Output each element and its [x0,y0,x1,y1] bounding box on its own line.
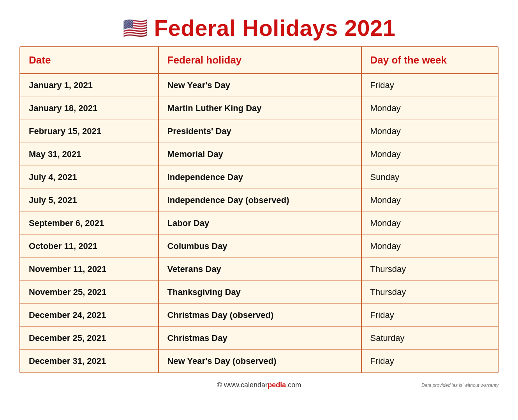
cell-date: January 1, 2021 [20,74,159,97]
cell-holiday: Columbus Day [159,235,361,258]
cell-date: May 31, 2021 [20,143,159,166]
table-row: November 11, 2021Veterans DayThursday [20,258,498,281]
holidays-table-wrapper: Date Federal holiday Day of the week Jan… [19,46,499,373]
table-row: December 24, 2021Christmas Day (observed… [20,304,498,327]
page-title: Federal Holidays 2021 [154,15,396,41]
cell-holiday: Veterans Day [159,258,361,281]
cell-holiday: Labor Day [159,212,361,235]
cell-day: Monday [361,120,498,143]
cell-date: January 18, 2021 [20,97,159,120]
col-header-day: Day of the week [361,47,498,74]
table-header-row: Date Federal holiday Day of the week [20,47,498,74]
cell-holiday: Christmas Day [159,327,361,350]
table-row: May 31, 2021Memorial DayMonday [20,143,498,166]
holidays-table: Date Federal holiday Day of the week Jan… [20,47,498,372]
cell-holiday: Independence Day (observed) [159,189,361,212]
cell-holiday: Thanksgiving Day [159,281,361,304]
cell-date: October 11, 2021 [20,235,159,258]
col-header-date: Date [20,47,159,74]
footer-disclaimer: Data provided 'as is' without warranty [421,383,499,388]
cell-holiday: Christmas Day (observed) [159,304,361,327]
flag-icon: 🇺🇸 [123,18,148,38]
table-row: January 1, 2021New Year's DayFriday [20,74,498,97]
table-row: January 18, 2021Martin Luther King DayMo… [20,97,498,120]
cell-date: December 31, 2021 [20,350,159,373]
cell-date: November 25, 2021 [20,281,159,304]
cell-date: July 5, 2021 [20,189,159,212]
cell-day: Thursday [361,258,498,281]
footer-copyright: © www.calendarpedia.com [217,381,301,389]
table-row: December 31, 2021New Year's Day (observe… [20,350,498,373]
cell-day: Monday [361,143,498,166]
cell-holiday: New Year's Day (observed) [159,350,361,373]
table-row: December 25, 2021Christmas DaySaturday [20,327,498,350]
col-header-holiday: Federal holiday [159,47,361,74]
page-footer: © www.calendarpedia.com Data provided 'a… [19,377,499,391]
table-row: July 4, 2021Independence DaySunday [20,166,498,189]
cell-day: Monday [361,235,498,258]
cell-day: Friday [361,74,498,97]
cell-date: November 11, 2021 [20,258,159,281]
page-container: 🇺🇸 Federal Holidays 2021 Date Federal ho… [19,8,499,391]
cell-date: July 4, 2021 [20,166,159,189]
cell-day: Monday [361,189,498,212]
page-header: 🇺🇸 Federal Holidays 2021 [19,8,499,46]
cell-holiday: Martin Luther King Day [159,97,361,120]
cell-day: Monday [361,97,498,120]
cell-date: December 25, 2021 [20,327,159,350]
cell-day: Saturday [361,327,498,350]
cell-day: Monday [361,212,498,235]
cell-day: Friday [361,350,498,373]
cell-holiday: New Year's Day [159,74,361,97]
cell-holiday: Independence Day [159,166,361,189]
table-row: February 15, 2021Presidents' DayMonday [20,120,498,143]
cell-day: Sunday [361,166,498,189]
table-row: July 5, 2021Independence Day (observed)M… [20,189,498,212]
table-row: October 11, 2021Columbus DayMonday [20,235,498,258]
table-row: November 25, 2021Thanksgiving DayThursda… [20,281,498,304]
cell-holiday: Memorial Day [159,143,361,166]
cell-day: Friday [361,304,498,327]
table-row: September 6, 2021Labor DayMonday [20,212,498,235]
footer-brand: pedia [268,381,286,389]
cell-day: Thursday [361,281,498,304]
cell-holiday: Presidents' Day [159,120,361,143]
cell-date: December 24, 2021 [20,304,159,327]
cell-date: February 15, 2021 [20,120,159,143]
cell-date: September 6, 2021 [20,212,159,235]
